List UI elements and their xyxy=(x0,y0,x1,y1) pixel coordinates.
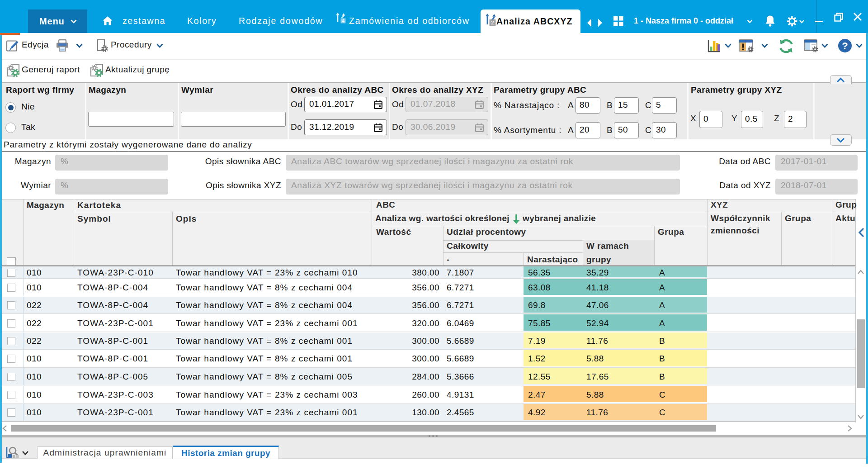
svg-text:2: 2 xyxy=(491,20,494,25)
svg-text:4: 4 xyxy=(342,19,344,24)
svg-text:?: ? xyxy=(842,40,848,52)
